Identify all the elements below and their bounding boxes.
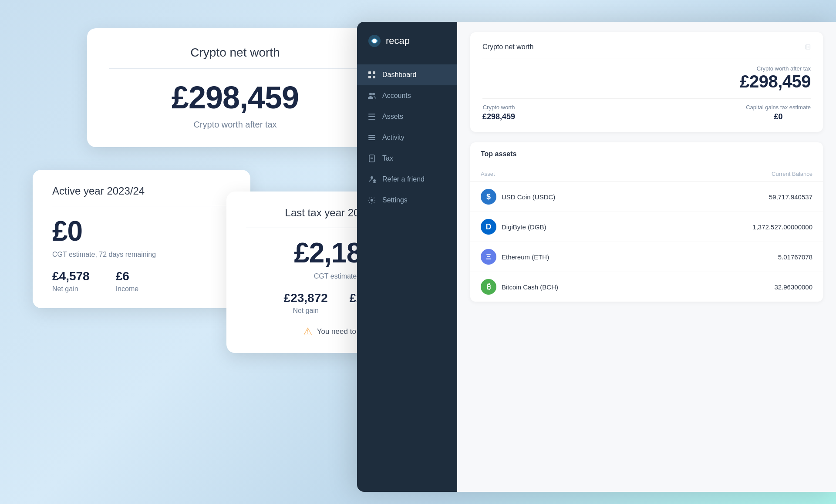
sidebar-item-refer[interactable]: Refer a friend	[357, 169, 457, 190]
bch-icon: ₿	[481, 279, 496, 295]
widget-expand-button[interactable]: ⊡	[805, 43, 811, 51]
dgb-balance: 1,372,527.00000000	[752, 223, 812, 231]
svg-point-6	[369, 93, 372, 95]
accounts-icon	[367, 91, 376, 100]
svg-point-1	[372, 39, 377, 43]
widget-main-section: Crypto worth after tax £298,459	[482, 58, 811, 91]
active-year-income-label: Income	[116, 285, 138, 293]
net-worth-widget: Crypto net worth ⊡ Crypto worth after ta…	[470, 32, 823, 132]
sidebar-item-accounts-label: Accounts	[382, 92, 411, 100]
active-year-net-gain: £4,578 Net gain	[52, 269, 90, 293]
crypto-net-worth-card-value: £298,459	[109, 80, 361, 115]
last-tax-net-gain-value: £23,872	[284, 291, 328, 305]
dgb-name: DigiByte (DGB)	[502, 223, 546, 231]
sidebar-item-tax-label: Tax	[382, 155, 393, 162]
tax-icon	[367, 154, 376, 163]
bch-balance: 32.96300000	[774, 283, 812, 291]
assets-icon	[367, 112, 376, 121]
svg-rect-4	[368, 76, 371, 78]
svg-rect-16	[371, 158, 373, 159]
table-row[interactable]: ₿ Bitcoin Cash (BCH) 32.96300000	[470, 272, 823, 302]
sidebar-nav: Dashboard Accounts Assets	[357, 60, 457, 492]
asset-left-usdc: $ USD Coin (USDC)	[481, 189, 555, 205]
svg-rect-12	[368, 137, 375, 138]
app-window: recap Dashboard Accounts	[357, 22, 836, 492]
sidebar-item-dashboard-label: Dashboard	[382, 71, 416, 79]
asset-left-bch: ₿ Bitcoin Cash (BCH)	[481, 279, 558, 295]
crypto-worth-value: £298,459	[482, 112, 515, 121]
sidebar-item-settings-label: Settings	[382, 196, 408, 204]
assets-table-header: Asset Current Balance	[470, 166, 823, 182]
col-asset: Asset	[481, 171, 495, 177]
eth-name: Ethereum (ETH)	[502, 253, 549, 261]
activity-icon	[367, 133, 376, 142]
sidebar-item-assets-label: Assets	[382, 113, 403, 121]
sidebar-item-dashboard[interactable]: Dashboard	[357, 64, 457, 85]
top-assets-section: Top assets Asset Current Balance $ USD C…	[470, 142, 823, 302]
svg-point-19	[371, 199, 373, 202]
active-year-net-gain-label: Net gain	[52, 285, 90, 293]
after-tax-label: Crypto worth after tax	[482, 65, 811, 72]
settings-icon	[367, 196, 376, 205]
main-content: Crypto net worth ⊡ Crypto worth after ta…	[457, 22, 836, 492]
svg-rect-5	[373, 76, 375, 78]
sidebar-item-refer-label: Refer a friend	[382, 175, 425, 183]
svg-rect-3	[373, 71, 375, 74]
app-name: recap	[386, 35, 410, 47]
svg-rect-15	[371, 157, 373, 158]
svg-point-17	[371, 176, 373, 179]
sidebar-item-settings[interactable]: Settings	[357, 190, 457, 211]
svg-point-7	[372, 93, 375, 95]
bch-name: Bitcoin Cash (BCH)	[502, 283, 558, 291]
svg-rect-10	[368, 119, 375, 120]
sidebar-logo: recap	[357, 22, 457, 60]
svg-rect-2	[368, 71, 371, 74]
sidebar-item-activity[interactable]: Activity	[357, 127, 457, 148]
crypto-worth-label: Crypto worth	[482, 104, 515, 111]
crypto-net-worth-card: Crypto net worth £298,459 Crypto worth a…	[87, 28, 383, 147]
sidebar-item-activity-label: Activity	[382, 134, 405, 141]
active-year-net-gain-value: £4,578	[52, 269, 90, 283]
crypto-net-worth-card-subtitle: Crypto worth after tax	[109, 120, 361, 130]
crypto-net-worth-card-title: Crypto net worth	[109, 46, 361, 69]
active-year-card-subtitle: CGT estimate, 72 days remaining	[52, 251, 231, 259]
widget-title: Crypto net worth	[482, 43, 533, 51]
asset-left-eth: Ξ Ethereum (ETH)	[481, 249, 549, 265]
table-row[interactable]: D DigiByte (DGB) 1,372,527.00000000	[470, 212, 823, 242]
usdc-icon: $	[481, 189, 496, 205]
crypto-worth-item: Crypto worth £298,459	[482, 104, 515, 121]
active-year-card-value: £0	[52, 215, 231, 247]
svg-point-18	[373, 179, 376, 182]
svg-rect-11	[368, 135, 375, 136]
refer-icon	[367, 175, 376, 184]
top-assets-header: Top assets	[470, 142, 823, 166]
dashboard-icon	[367, 71, 376, 79]
active-year-card-title: Active year 2023/24	[52, 185, 231, 206]
svg-rect-9	[368, 116, 375, 117]
eth-icon: Ξ	[481, 249, 496, 265]
sidebar-item-accounts[interactable]: Accounts	[357, 85, 457, 106]
last-tax-net-gain: £23,872 Net gain	[284, 291, 328, 315]
asset-left-dgb: D DigiByte (DGB)	[481, 219, 546, 235]
after-tax-value: £298,459	[482, 72, 811, 91]
table-row[interactable]: Ξ Ethereum (ETH) 5.01767078	[470, 242, 823, 272]
eth-balance: 5.01767078	[778, 253, 812, 261]
sidebar-item-assets[interactable]: Assets	[357, 106, 457, 127]
svg-rect-13	[368, 139, 375, 140]
dashboard-panel: Crypto net worth ⊡ Crypto worth after ta…	[457, 22, 836, 312]
sidebar-item-tax[interactable]: Tax	[357, 148, 457, 169]
sidebar: recap Dashboard Accounts	[357, 22, 457, 492]
warning-icon: ⚠	[303, 326, 313, 338]
usdc-name: USD Coin (USDC)	[502, 193, 555, 201]
svg-rect-8	[368, 114, 375, 114]
cgt-item: Capital gains tax estimate £0	[746, 104, 811, 121]
table-row[interactable]: $ USD Coin (USDC) 59,717.940537	[470, 182, 823, 212]
recap-logo-icon	[367, 34, 381, 48]
last-tax-net-gain-label: Net gain	[293, 307, 319, 315]
active-year-income: £6 Income	[116, 269, 138, 293]
cgt-label: Capital gains tax estimate	[746, 104, 811, 111]
widget-sub-row: Crypto worth £298,459 Capital gains tax …	[482, 98, 811, 121]
col-balance: Current Balance	[772, 171, 812, 177]
widget-header: Crypto net worth ⊡	[482, 43, 811, 58]
active-year-card: Active year 2023/24 £0 CGT estimate, 72 …	[33, 170, 250, 308]
